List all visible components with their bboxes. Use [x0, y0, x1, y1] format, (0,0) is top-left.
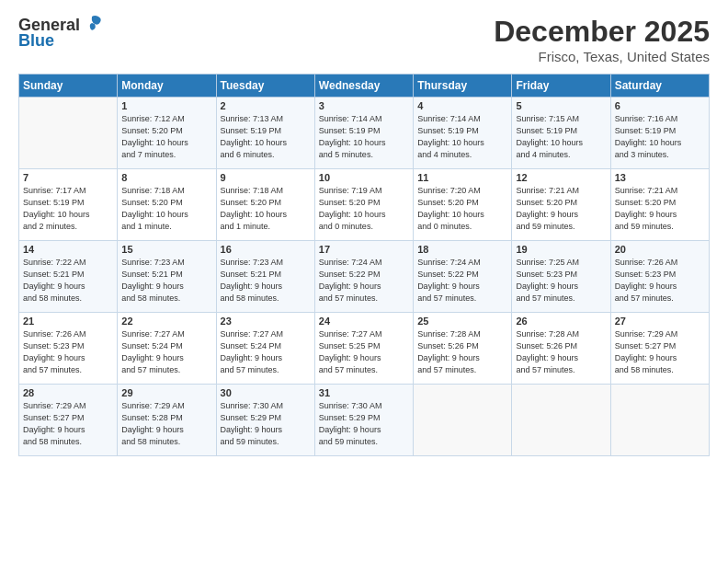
calendar-header-monday: Monday — [118, 75, 216, 98]
day-number: 11 — [417, 172, 507, 183]
calendar-cell: 13Sunrise: 7:21 AM Sunset: 5:20 PM Dayli… — [610, 169, 709, 241]
day-number: 30 — [221, 387, 311, 398]
calendar-week-2: 7Sunrise: 7:17 AM Sunset: 5:19 PM Daylig… — [19, 169, 710, 241]
logo: General Blue — [18, 15, 102, 51]
day-info: Sunrise: 7:21 AM Sunset: 5:20 PM Dayligh… — [615, 185, 705, 233]
day-number: 13 — [615, 172, 705, 183]
day-number: 24 — [319, 316, 409, 327]
day-info: Sunrise: 7:27 AM Sunset: 5:24 PM Dayligh… — [221, 328, 311, 376]
day-info: Sunrise: 7:30 AM Sunset: 5:29 PM Dayligh… — [221, 400, 311, 448]
calendar-cell: 8Sunrise: 7:18 AM Sunset: 5:20 PM Daylig… — [118, 169, 216, 241]
day-info: Sunrise: 7:20 AM Sunset: 5:20 PM Dayligh… — [417, 185, 507, 233]
day-number: 6 — [615, 100, 705, 111]
calendar-cell: 4Sunrise: 7:14 AM Sunset: 5:19 PM Daylig… — [414, 98, 512, 169]
day-info: Sunrise: 7:26 AM Sunset: 5:23 PM Dayligh… — [23, 328, 113, 376]
day-info: Sunrise: 7:29 AM Sunset: 5:27 PM Dayligh… — [615, 328, 705, 376]
day-info: Sunrise: 7:14 AM Sunset: 5:19 PM Dayligh… — [319, 113, 409, 161]
day-info: Sunrise: 7:28 AM Sunset: 5:26 PM Dayligh… — [417, 328, 507, 376]
day-info: Sunrise: 7:12 AM Sunset: 5:20 PM Dayligh… — [121, 113, 211, 161]
calendar-cell: 24Sunrise: 7:27 AM Sunset: 5:25 PM Dayli… — [314, 313, 413, 385]
calendar-cell: 14Sunrise: 7:22 AM Sunset: 5:21 PM Dayli… — [19, 241, 118, 313]
calendar-header-tuesday: Tuesday — [216, 75, 314, 98]
calendar-cell: 25Sunrise: 7:28 AM Sunset: 5:26 PM Dayli… — [414, 313, 512, 385]
calendar-week-5: 28Sunrise: 7:29 AM Sunset: 5:27 PM Dayli… — [19, 385, 710, 456]
calendar-cell: 7Sunrise: 7:17 AM Sunset: 5:19 PM Daylig… — [19, 169, 118, 241]
calendar-cell: 3Sunrise: 7:14 AM Sunset: 5:19 PM Daylig… — [314, 98, 413, 169]
day-number: 3 — [319, 100, 409, 111]
calendar-week-1: 1Sunrise: 7:12 AM Sunset: 5:20 PM Daylig… — [19, 98, 710, 169]
day-info: Sunrise: 7:24 AM Sunset: 5:22 PM Dayligh… — [417, 257, 507, 304]
day-number: 17 — [319, 244, 409, 255]
calendar-table: SundayMondayTuesdayWednesdayThursdayFrid… — [18, 74, 710, 456]
logo-blue: Blue — [18, 31, 54, 51]
calendar-cell: 26Sunrise: 7:28 AM Sunset: 5:26 PM Dayli… — [512, 313, 610, 385]
day-number: 15 — [121, 244, 211, 255]
day-info: Sunrise: 7:19 AM Sunset: 5:20 PM Dayligh… — [319, 185, 409, 233]
day-number: 4 — [417, 100, 507, 111]
day-number: 23 — [221, 316, 311, 327]
calendar-cell: 12Sunrise: 7:21 AM Sunset: 5:20 PM Dayli… — [512, 169, 610, 241]
calendar-cell: 1Sunrise: 7:12 AM Sunset: 5:20 PM Daylig… — [118, 98, 216, 169]
day-number: 14 — [23, 244, 113, 255]
calendar-week-3: 14Sunrise: 7:22 AM Sunset: 5:21 PM Dayli… — [19, 241, 710, 313]
day-number: 31 — [319, 387, 409, 398]
day-number: 28 — [23, 387, 113, 398]
calendar-cell: 19Sunrise: 7:25 AM Sunset: 5:23 PM Dayli… — [512, 241, 610, 313]
day-info: Sunrise: 7:29 AM Sunset: 5:28 PM Dayligh… — [121, 400, 211, 448]
calendar-cell: 6Sunrise: 7:16 AM Sunset: 5:19 PM Daylig… — [610, 98, 709, 169]
day-info: Sunrise: 7:24 AM Sunset: 5:22 PM Dayligh… — [319, 257, 409, 304]
calendar-cell: 20Sunrise: 7:26 AM Sunset: 5:23 PM Dayli… — [610, 241, 709, 313]
day-info: Sunrise: 7:26 AM Sunset: 5:23 PM Dayligh… — [615, 257, 705, 304]
calendar-cell: 28Sunrise: 7:29 AM Sunset: 5:27 PM Dayli… — [19, 385, 118, 456]
title-block: December 2025 Frisco, Texas, United Stat… — [494, 15, 710, 64]
day-number: 5 — [516, 100, 606, 111]
day-number: 22 — [121, 316, 211, 327]
day-number: 7 — [23, 172, 113, 183]
header: General Blue December 2025 Frisco, Texas… — [18, 15, 710, 64]
calendar-subtitle: Frisco, Texas, United States — [494, 49, 710, 64]
calendar-cell — [19, 98, 118, 169]
calendar-page: General Blue December 2025 Frisco, Texas… — [0, 0, 728, 563]
calendar-cell: 23Sunrise: 7:27 AM Sunset: 5:24 PM Dayli… — [216, 313, 314, 385]
day-number: 12 — [516, 172, 606, 183]
day-info: Sunrise: 7:28 AM Sunset: 5:26 PM Dayligh… — [516, 328, 606, 376]
day-info: Sunrise: 7:29 AM Sunset: 5:27 PM Dayligh… — [23, 400, 113, 448]
calendar-cell: 31Sunrise: 7:30 AM Sunset: 5:29 PM Dayli… — [314, 385, 413, 456]
calendar-cell: 17Sunrise: 7:24 AM Sunset: 5:22 PM Dayli… — [314, 241, 413, 313]
calendar-cell: 2Sunrise: 7:13 AM Sunset: 5:19 PM Daylig… — [216, 98, 314, 169]
calendar-cell: 21Sunrise: 7:26 AM Sunset: 5:23 PM Dayli… — [19, 313, 118, 385]
day-number: 16 — [221, 244, 311, 255]
day-number: 10 — [319, 172, 409, 183]
day-number: 25 — [417, 316, 507, 327]
day-number: 26 — [516, 316, 606, 327]
day-number: 29 — [121, 387, 211, 398]
day-number: 2 — [221, 100, 311, 111]
day-info: Sunrise: 7:23 AM Sunset: 5:21 PM Dayligh… — [121, 257, 211, 304]
calendar-header-sunday: Sunday — [19, 75, 118, 98]
calendar-cell: 16Sunrise: 7:23 AM Sunset: 5:21 PM Dayli… — [216, 241, 314, 313]
calendar-header-row: SundayMondayTuesdayWednesdayThursdayFrid… — [19, 75, 710, 98]
day-info: Sunrise: 7:25 AM Sunset: 5:23 PM Dayligh… — [516, 257, 606, 304]
day-number: 19 — [516, 244, 606, 255]
day-info: Sunrise: 7:27 AM Sunset: 5:25 PM Dayligh… — [319, 328, 409, 376]
calendar-cell: 15Sunrise: 7:23 AM Sunset: 5:21 PM Dayli… — [118, 241, 216, 313]
day-info: Sunrise: 7:27 AM Sunset: 5:24 PM Dayligh… — [121, 328, 211, 376]
day-number: 9 — [221, 172, 311, 183]
calendar-cell: 9Sunrise: 7:18 AM Sunset: 5:20 PM Daylig… — [216, 169, 314, 241]
day-info: Sunrise: 7:21 AM Sunset: 5:20 PM Dayligh… — [516, 185, 606, 233]
day-info: Sunrise: 7:18 AM Sunset: 5:20 PM Dayligh… — [121, 185, 211, 233]
calendar-cell: 22Sunrise: 7:27 AM Sunset: 5:24 PM Dayli… — [118, 313, 216, 385]
day-number: 8 — [121, 172, 211, 183]
calendar-cell: 18Sunrise: 7:24 AM Sunset: 5:22 PM Dayli… — [414, 241, 512, 313]
calendar-header-thursday: Thursday — [414, 75, 512, 98]
calendar-cell — [610, 385, 709, 456]
calendar-cell: 5Sunrise: 7:15 AM Sunset: 5:19 PM Daylig… — [512, 98, 610, 169]
day-number: 1 — [121, 100, 211, 111]
calendar-cell: 27Sunrise: 7:29 AM Sunset: 5:27 PM Dayli… — [610, 313, 709, 385]
day-number: 21 — [23, 316, 113, 327]
day-info: Sunrise: 7:15 AM Sunset: 5:19 PM Dayligh… — [516, 113, 606, 161]
calendar-cell: 30Sunrise: 7:30 AM Sunset: 5:29 PM Dayli… — [216, 385, 314, 456]
day-info: Sunrise: 7:30 AM Sunset: 5:29 PM Dayligh… — [319, 400, 409, 448]
logo-bird-icon — [82, 15, 102, 31]
day-number: 18 — [417, 244, 507, 255]
